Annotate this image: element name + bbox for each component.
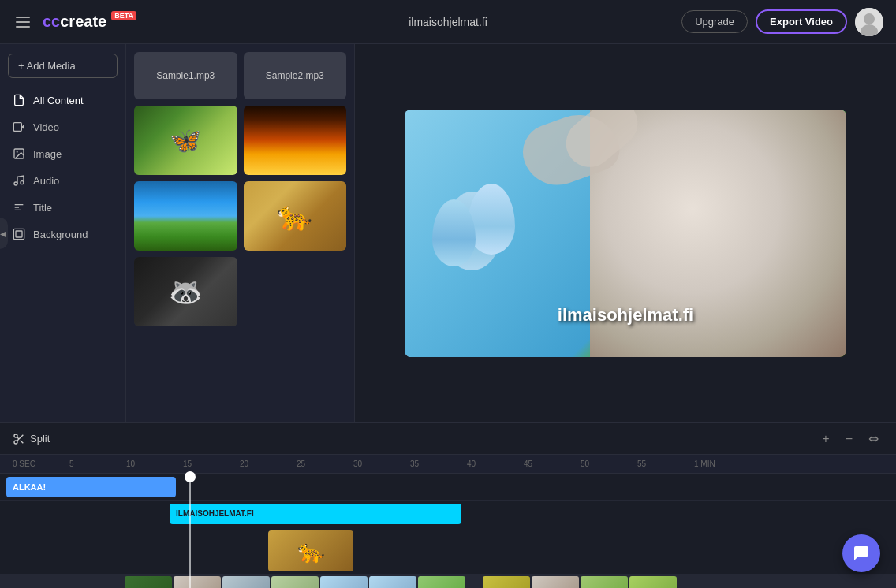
preview-overlay-text: ilmaisohjelmat.fi — [558, 305, 693, 326]
avatar[interactable] — [855, 8, 883, 36]
split-button[interactable]: Split — [13, 433, 50, 445]
ruler-mark-25: 25 — [297, 460, 305, 468]
svg-point-12 — [14, 441, 17, 444]
clip-alkaa[interactable]: ALKAA! — [6, 477, 176, 497]
zoom-out-button[interactable]: − — [841, 430, 857, 448]
media-item-butterfly[interactable] — [134, 106, 237, 175]
ruler-mark-15: 15 — [183, 460, 192, 468]
sidebar-item-title[interactable]: Title — [0, 195, 125, 220]
ruler-mark-40: 40 — [467, 460, 476, 468]
sidebar-item-label: All Content — [33, 95, 84, 106]
sidebar-item-label: Background — [33, 229, 88, 240]
clip-ilmaiso[interactable]: ILMAISOHJELMAT.FI — [170, 504, 461, 524]
media-grid: Sample1.mp3 Sample2.mp3 — [134, 52, 346, 326]
timeline: Split + − ⇔ 0 SEC 5 10 15 20 25 30 35 40… — [0, 422, 896, 588]
track-filmstrip — [0, 575, 896, 588]
svg-line-15 — [17, 437, 19, 439]
header-left: cccreate BETA — [13, 13, 136, 31]
avatar-image — [855, 8, 883, 36]
ruler-mark-1min: 1 MIN — [694, 460, 715, 468]
sidebar-item-all-content[interactable]: All Content — [0, 87, 125, 113]
sidebar-collapse-button[interactable]: ◀◀ — [0, 218, 8, 249]
playhead-circle — [185, 471, 196, 482]
media-item-mountains[interactable] — [134, 181, 237, 251]
add-media-button[interactable]: + Add Media — [8, 54, 118, 78]
thumbnail-sunset — [244, 106, 347, 175]
clip-cheetah-video[interactable]: 🐆 — [268, 530, 353, 571]
track-1: ALKAA! — [0, 474, 896, 501]
sidebar-item-background[interactable]: Background — [0, 221, 125, 247]
project-title: ilmaisohjelmat.fi — [409, 16, 487, 28]
ruler-mark-20: 20 — [240, 460, 248, 468]
cheetah-thumbnail: 🐆 — [268, 530, 353, 571]
ruler-mark-50: 50 — [581, 460, 589, 468]
sidebar-item-label: Image — [33, 148, 62, 160]
svg-line-14 — [21, 440, 24, 443]
filmstrip-frame-6 — [369, 576, 416, 588]
chat-icon — [852, 544, 871, 563]
tracks-area: ALKAA! ILMAISOHJELMAT.FI 🐆 — [0, 474, 896, 588]
thumbnail-butterfly — [134, 106, 237, 175]
sidebar-item-label: Video — [33, 121, 59, 133]
split-label: Split — [30, 433, 50, 445]
filmstrip-frame-7 — [418, 576, 465, 588]
thumbnail-cheetah — [244, 181, 347, 251]
playhead-line — [189, 474, 191, 588]
timeline-content: 0 SEC 5 10 15 20 25 30 35 40 45 50 55 1 … — [0, 455, 896, 588]
svg-point-11 — [14, 434, 17, 437]
audio-filename: Sample2.mp3 — [266, 70, 324, 81]
video-preview: ilmaisohjelmat.fi — [405, 110, 846, 357]
ruler-mark-10: 10 — [126, 460, 135, 468]
export-video-button[interactable]: Export Video — [756, 9, 847, 34]
thumbnail-lemur — [134, 257, 237, 326]
background-icon — [13, 228, 25, 240]
thumbnail-mountains — [134, 181, 237, 251]
media-item-audio1[interactable]: Sample1.mp3 — [134, 52, 237, 99]
audio-filename: Sample1.mp3 — [156, 70, 215, 81]
ruler-marks: 0 SEC 5 10 15 20 25 30 35 40 45 50 55 1 … — [6, 455, 890, 473]
menu-icon[interactable] — [13, 13, 33, 31]
video-icon — [13, 121, 25, 133]
sidebar-item-image[interactable]: Image — [0, 141, 125, 166]
media-item-lemur[interactable] — [134, 257, 237, 326]
sidebar-item-audio[interactable]: Audio — [0, 168, 125, 193]
filmstrip-frame-8 — [483, 576, 530, 588]
timeline-playhead[interactable] — [189, 474, 191, 588]
upgrade-button[interactable]: Upgrade — [681, 10, 748, 33]
ruler-mark-0sec: 0 SEC — [13, 460, 35, 468]
filmstrip-frame-2 — [174, 576, 221, 588]
track-3: 🐆 — [0, 527, 896, 575]
media-panel: Sample1.mp3 Sample2.mp3 — [126, 44, 355, 422]
svg-point-8 — [21, 181, 24, 184]
filmstrip-frame-3 — [222, 576, 270, 588]
chat-support-button[interactable] — [842, 534, 880, 572]
app-header: cccreate BETA ilmaisohjelmat.fi Upgrade … — [0, 0, 896, 44]
scissors-icon — [13, 433, 25, 445]
media-item-cheetah[interactable] — [244, 181, 347, 251]
filmstrip-frame-10 — [581, 576, 628, 588]
main-area: + Add Media All Content Video Image Audi… — [0, 44, 896, 422]
logo-text: cccreate — [43, 13, 106, 31]
media-item-sunset[interactable] — [244, 106, 347, 175]
svg-rect-3 — [13, 123, 21, 132]
filmstrip-frame-9 — [532, 576, 579, 588]
sidebar-item-video[interactable]: Video — [0, 114, 125, 140]
timeline-ruler: 0 SEC 5 10 15 20 25 30 35 40 45 50 55 1 … — [0, 455, 896, 474]
sidebar-item-label: Title — [33, 202, 52, 214]
svg-point-7 — [14, 182, 17, 185]
media-item-audio2[interactable]: Sample2.mp3 — [244, 52, 347, 99]
zoom-fit-button[interactable]: ⇔ — [864, 430, 883, 448]
preview-panel: ilmaisohjelmat.fi — [355, 44, 896, 422]
svg-point-1 — [864, 13, 875, 24]
ruler-mark-45: 45 — [524, 460, 532, 468]
title-icon — [13, 201, 25, 214]
track-2: ILMAISOHJELMAT.FI — [0, 501, 896, 527]
file-icon — [13, 94, 25, 106]
filmstrip — [0, 574, 896, 588]
ruler-mark-5: 5 — [69, 460, 74, 468]
zoom-in-button[interactable]: + — [817, 430, 834, 448]
logo-cc: cc — [43, 13, 60, 30]
filmstrip-frame-11 — [629, 576, 677, 588]
logo: cccreate BETA — [43, 13, 136, 31]
audio-icon — [13, 174, 25, 187]
